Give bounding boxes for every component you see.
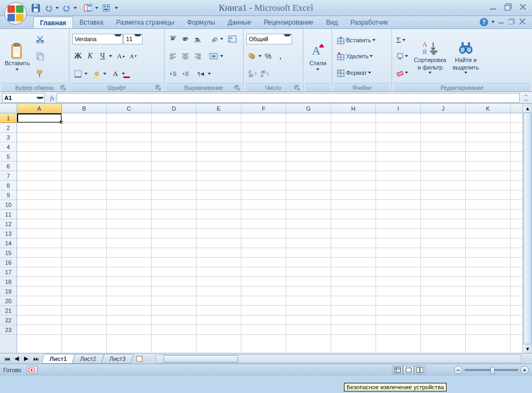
row-header-20[interactable]: 20 — [0, 296, 17, 306]
vscroll-thumb[interactable] — [523, 112, 531, 344]
font-family-combo[interactable]: Verdana — [72, 34, 123, 44]
scroll-up-button[interactable]: ▴ — [523, 104, 532, 112]
font-color-button[interactable]: A — [109, 68, 121, 80]
tab-формулы[interactable]: Формулы — [181, 17, 221, 28]
qat-custom1-dropdown-icon[interactable] — [95, 7, 98, 9]
sort-filter-button[interactable]: АЯ Сортировка и фильтр — [411, 30, 449, 83]
column-header-B[interactable]: B — [62, 104, 107, 113]
zoom-out-button[interactable]: − — [454, 366, 463, 374]
row-header-22[interactable]: 22 — [0, 315, 17, 325]
find-select-button[interactable]: Найти и выделить — [449, 30, 482, 83]
close-button[interactable] — [518, 2, 528, 12]
sheet-next-button[interactable]: ▶ — [21, 355, 31, 363]
number-format-combo[interactable]: Общий — [246, 34, 292, 44]
macro-record-button[interactable] — [27, 366, 37, 374]
row-header-3[interactable]: 3 — [0, 133, 17, 142]
fill-color-button[interactable] — [91, 68, 103, 80]
comma-button[interactable]: , — [275, 50, 286, 62]
column-header-A[interactable]: A — [17, 104, 62, 113]
row-header-9[interactable]: 9 — [0, 190, 17, 200]
horizontal-scrollbar[interactable] — [155, 355, 521, 363]
undo-button[interactable] — [43, 2, 54, 14]
tab-разметка страницы[interactable]: Разметка страницы — [109, 17, 181, 28]
text-direction-button[interactable]: ¶◀ — [195, 68, 207, 80]
row-header-16[interactable]: 16 — [0, 258, 17, 267]
sheet-tab-3[interactable]: Лист3 — [101, 354, 134, 364]
scroll-down-button[interactable]: ▾ — [523, 344, 532, 353]
italic-button[interactable]: К — [84, 50, 96, 62]
row-header-14[interactable]: 14 — [0, 238, 17, 248]
row-header-8[interactable]: 8 — [0, 181, 17, 190]
fill-dropdown-icon[interactable] — [103, 73, 106, 75]
help-button[interactable]: ? — [480, 18, 488, 26]
column-header-F[interactable]: F — [241, 104, 286, 113]
align-bottom-button[interactable] — [192, 33, 204, 45]
row-header-5[interactable]: 5 — [0, 152, 17, 161]
row-header-19[interactable]: 19 — [0, 287, 17, 296]
row-header-12[interactable]: 12 — [0, 219, 17, 229]
row-header-6[interactable]: 6 — [0, 161, 17, 171]
page-break-view-button[interactable] — [414, 366, 425, 374]
format-cells-button[interactable]: Формат — [335, 67, 389, 79]
bold-button[interactable]: Ж — [72, 50, 84, 62]
restore-button[interactable] — [503, 2, 513, 12]
sheet-prev-button[interactable]: ◀ — [12, 355, 21, 363]
grow-font-button[interactable]: A▲ — [115, 50, 127, 62]
redo-dropdown-icon[interactable] — [74, 7, 77, 9]
fx-icon[interactable]: fx — [50, 95, 54, 101]
align-center-button[interactable] — [179, 50, 191, 62]
percent-button[interactable]: % — [262, 50, 274, 62]
tab-вставка[interactable]: Вставка — [73, 17, 110, 28]
qat-custom2-button[interactable] — [100, 2, 112, 14]
font-color-dropdown-icon[interactable] — [122, 73, 125, 75]
align-top-button[interactable] — [167, 33, 179, 45]
normal-view-button[interactable] — [392, 366, 403, 374]
column-header-C[interactable]: C — [107, 104, 152, 113]
sheet-tab-1[interactable]: Лист1 — [42, 354, 75, 364]
workbook-close-button[interactable] — [519, 18, 527, 26]
number-launcher[interactable] — [294, 84, 300, 91]
row-header-21[interactable]: 21 — [0, 306, 17, 315]
zoom-slider[interactable] — [465, 369, 518, 371]
active-cell[interactable] — [17, 113, 62, 123]
align-left-button[interactable] — [167, 50, 179, 62]
minimize-button[interactable] — [488, 2, 498, 12]
row-header-4[interactable]: 4 — [0, 142, 17, 152]
save-button[interactable] — [30, 2, 42, 14]
shrink-font-button[interactable]: A▼ — [128, 50, 139, 62]
row-header-11[interactable]: 11 — [0, 210, 17, 219]
tab-рецензирование[interactable]: Рецензирование — [257, 17, 320, 28]
copy-button[interactable] — [34, 50, 46, 62]
help-dropdown-icon[interactable] — [491, 21, 495, 23]
hscroll-thumb[interactable] — [163, 355, 238, 363]
underline-dropdown-icon[interactable] — [109, 55, 112, 57]
increase-indent-button[interactable] — [179, 68, 191, 80]
row-header-7[interactable]: 7 — [0, 171, 17, 181]
direction-dropdown-icon[interactable] — [208, 73, 211, 75]
undo-dropdown-icon[interactable] — [56, 7, 59, 9]
cells-area[interactable] — [17, 113, 522, 353]
column-header-D[interactable]: D — [152, 104, 197, 113]
paste-button[interactable]: Вставить — [2, 30, 33, 83]
formula-input[interactable] — [57, 93, 520, 103]
qat-custom1-button[interactable] — [82, 2, 94, 14]
row-header-1[interactable]: 1 — [0, 113, 17, 123]
accounting-dropdown-icon[interactable] — [259, 55, 262, 57]
row-header-18[interactable]: 18 — [0, 277, 17, 287]
merge-dropdown-icon[interactable] — [220, 55, 223, 57]
name-box[interactable]: A1 — [2, 93, 45, 103]
autosum-button[interactable]: Σ — [395, 34, 410, 46]
styles-button[interactable]: A Стили — [305, 30, 331, 83]
tab-данные[interactable]: Данные — [222, 17, 257, 28]
row-header-13[interactable]: 13 — [0, 229, 17, 238]
formula-bar-expand-button[interactable] — [522, 94, 530, 102]
new-sheet-button[interactable] — [134, 355, 145, 363]
orientation-button[interactable]: ab — [208, 33, 220, 45]
column-header-I[interactable]: I — [376, 104, 421, 113]
align-middle-button[interactable] — [179, 33, 191, 45]
tab-разработчик[interactable]: Разработчик — [344, 17, 394, 28]
format-painter-button[interactable] — [34, 68, 46, 80]
wrap-text-button[interactable]: abc — [226, 33, 238, 45]
row-header-10[interactable]: 10 — [0, 200, 17, 210]
accounting-format-button[interactable]: $ — [246, 50, 258, 62]
